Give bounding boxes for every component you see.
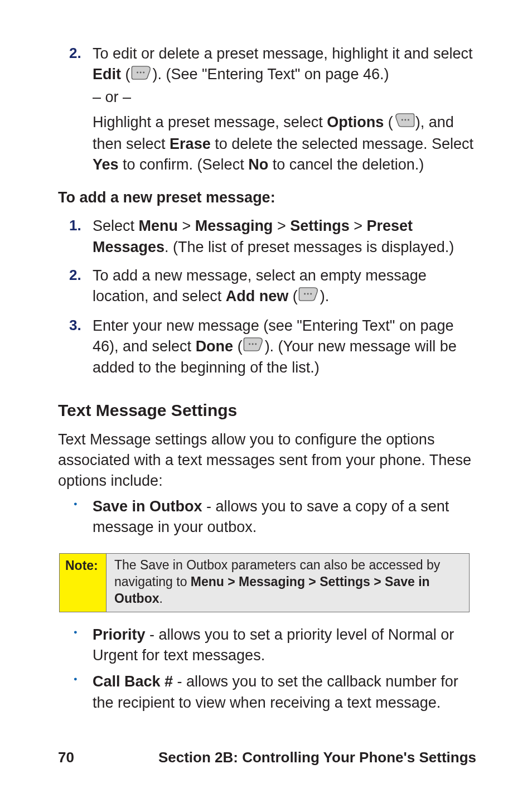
edit-delete-steps: 2. To edit or delete a preset message, h… [58,43,476,177]
step-3: 3. Enter your new message (see "Entering… [93,316,476,379]
step-text-alt: Highlight a preset message, select Optio… [93,114,473,173]
left-softkey-icon [298,286,320,307]
option-label: Priority [93,626,146,643]
left-softkey-icon [131,65,152,85]
option-label: Save in Outbox [93,498,202,515]
settings-list-1: Save in Outbox - allows you to save a co… [93,496,476,544]
step-text: Select Menu > Messaging > Settings > Pre… [93,217,454,255]
left-softkey-icon [243,336,264,357]
text-message-settings-intro: Text Message settings allow you to confi… [58,429,476,492]
step-number: 1. [69,216,81,236]
step-number: 3. [69,316,81,336]
or-separator: – or – [93,87,476,108]
right-softkey-icon [394,112,415,133]
option-desc: - allows you to set a priority level of … [93,626,454,664]
text-message-settings-heading: Text Message Settings [58,399,476,422]
step-1: 1. Select Menu > Messaging > Settings > … [93,216,476,258]
step-text: To add a new message, select an empty me… [93,267,427,304]
step-number: 2. [69,43,81,64]
step-number: 2. [69,265,81,286]
note-box: Note: The Save in Outbox parameters can … [59,553,470,612]
section-label: Section 2B: Controlling Your Phone's Set… [158,748,476,768]
list-item: Call Back # - allows you to set the call… [93,671,476,713]
list-item: Priority - allows you to set a priority … [93,625,476,666]
note-label: Note: [60,554,107,612]
page-number: 70 [58,748,74,768]
step-text: To edit or delete a preset message, high… [93,45,472,83]
step-2: 2. To edit or delete a preset message, h… [93,43,476,175]
page-footer: 70 Section 2B: Controlling Your Phone's … [58,748,476,768]
step-text: Enter your new message (see "Entering Te… [93,317,457,376]
settings-list-2: Priority - allows you to set a priority … [93,625,476,719]
add-preset-steps: 1. Select Menu > Messaging > Settings > … [58,216,476,386]
step-2: 2. To add a new message, select an empty… [93,265,476,308]
list-item: Save in Outbox - allows you to save a co… [93,496,476,538]
add-preset-heading: To add a new preset message: [58,187,476,208]
option-label: Call Back # [93,673,173,690]
note-body: The Save in Outbox parameters can also b… [107,554,470,612]
